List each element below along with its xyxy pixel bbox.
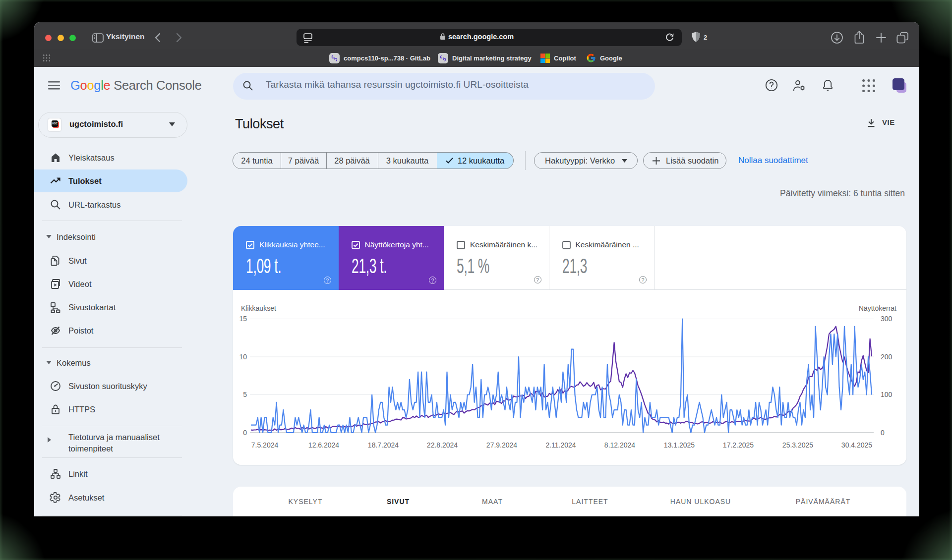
svg-text:Näyttökerrat: Näyttökerrat bbox=[859, 304, 896, 312]
svg-text:8.12.2024: 8.12.2024 bbox=[604, 441, 635, 449]
svg-text:18.7.2024: 18.7.2024 bbox=[368, 441, 399, 449]
svg-text:0: 0 bbox=[243, 429, 247, 437]
svg-text:25.3.2025: 25.3.2025 bbox=[782, 441, 813, 449]
svg-text:27.9.2024: 27.9.2024 bbox=[486, 441, 517, 449]
svg-text:7.5.2024: 7.5.2024 bbox=[251, 441, 279, 449]
svg-text:100: 100 bbox=[881, 391, 892, 398]
svg-text:13.1.2025: 13.1.2025 bbox=[664, 441, 695, 449]
svg-text:22.8.2024: 22.8.2024 bbox=[427, 441, 458, 449]
svg-text:300: 300 bbox=[881, 315, 892, 323]
svg-text:Klikkaukset: Klikkaukset bbox=[241, 304, 276, 312]
svg-text:5: 5 bbox=[243, 391, 247, 398]
svg-text:2.11.2024: 2.11.2024 bbox=[545, 441, 576, 449]
svg-text:17.2.2025: 17.2.2025 bbox=[723, 441, 754, 449]
svg-text:0: 0 bbox=[881, 429, 885, 437]
svg-text:10: 10 bbox=[239, 353, 247, 361]
svg-text:200: 200 bbox=[881, 353, 892, 361]
svg-text:12.6.2024: 12.6.2024 bbox=[308, 441, 339, 449]
svg-text:30.4.2025: 30.4.2025 bbox=[841, 441, 872, 449]
svg-text:15: 15 bbox=[239, 315, 247, 323]
